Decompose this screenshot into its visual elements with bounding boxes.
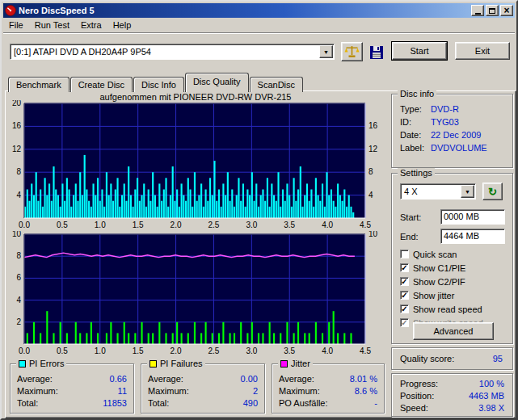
app-window: Nero DiscSpeed 5 × File Run Test Extra H… (0, 0, 518, 420)
close-button[interactable]: × (500, 5, 513, 16)
quality-score-label: Quality score: (400, 354, 454, 363)
window-title: Nero DiscSpeed 5 (19, 6, 471, 15)
chevron-down-icon[interactable]: ▼ (461, 185, 474, 198)
start-position-field[interactable]: 0000 MB (440, 209, 505, 225)
start-button[interactable]: Start (392, 42, 447, 60)
svg-text:2: 2 (16, 317, 21, 326)
app-icon (5, 5, 16, 16)
progress-label: Progress: (400, 379, 438, 388)
speed-value: 3.98 X (478, 403, 504, 413)
jitter-title: Jitter (291, 359, 310, 369)
quality-score-box: Quality score: 95 (391, 347, 513, 370)
speed-select[interactable]: 4 X ▼ (400, 183, 476, 200)
svg-text:8: 8 (16, 167, 21, 176)
checkbox-box: ✓ (400, 250, 409, 258)
tab-scandisc[interactable]: ScanDisc (250, 77, 303, 92)
pi-failures-panel: PI Failures Average: 0.00 Maximum: 2 Tot… (141, 363, 265, 414)
tab-create-disc[interactable]: Create Disc (70, 77, 133, 92)
stat-label: Maximum: (17, 386, 58, 396)
pi-failures-legend: PI Failures (147, 359, 205, 369)
drive-select[interactable]: [0:1] ATAPI DVD A DH20A4P 9P54 ▼ (10, 44, 335, 60)
settings-title: Settings (398, 168, 435, 178)
svg-text:4: 4 (368, 191, 373, 200)
window-controls: × (471, 5, 513, 16)
checkbox-box: ✓ (400, 318, 409, 327)
maximize-button[interactable] (486, 5, 499, 16)
svg-text:12: 12 (368, 145, 378, 153)
stat-label: Total: (17, 398, 38, 408)
svg-text:20: 20 (12, 100, 22, 107)
svg-text:10: 10 (368, 231, 378, 238)
svg-text:0.0: 0.0 (19, 220, 30, 229)
pi-failures-jitter-chart: 0.00.51.01.52.02.53.03.54.04.524681010 (6, 231, 385, 357)
checkbox-label: Show C1/PIE (413, 263, 465, 273)
stat-value: 8.6 % (355, 386, 377, 396)
save-icon (369, 45, 384, 60)
menu-item-file[interactable]: File (3, 19, 29, 32)
minimize-button[interactable] (471, 5, 484, 16)
save-button[interactable] (367, 44, 386, 61)
svg-text:3.0: 3.0 (246, 220, 257, 229)
checkbox-box: ✓ (400, 277, 409, 286)
svg-text:1.5: 1.5 (133, 346, 144, 355)
checkbox-show-jitter[interactable]: ✓ Show jitter (400, 289, 454, 301)
pi-errors-legend: PI Errors (16, 359, 66, 369)
svg-text:4.5: 4.5 (360, 220, 371, 229)
svg-text:4.0: 4.0 (322, 346, 333, 355)
checkbox-label: Show C2/PIF (413, 277, 465, 287)
disc-info-title: Disc info (398, 89, 436, 99)
check-icon: ✓ (401, 319, 407, 326)
pi-errors-title: PI Errors (29, 359, 64, 369)
jitter-swatch-icon (280, 360, 288, 368)
checkbox-show-c1-pie[interactable]: ✓ Show C1/PIE (400, 262, 465, 274)
title-bar: Nero DiscSpeed 5 × (3, 3, 515, 18)
svg-text:4: 4 (16, 191, 21, 200)
checkbox-quick-scan[interactable]: ✓ Quick scan (400, 248, 457, 260)
stat-label: PO Ausfälle: (279, 398, 328, 408)
end-position-field[interactable]: 4464 MB (440, 229, 505, 244)
tab-disc-info[interactable]: Disc Info (133, 77, 184, 92)
advanced-button[interactable]: Advanced (413, 322, 494, 340)
quality-score-value: 95 (493, 354, 503, 363)
start-button-label: Start (410, 46, 428, 56)
exit-button[interactable]: Exit (455, 42, 510, 60)
jitter-legend: Jitter (278, 359, 313, 369)
pi-errors-panel: PI Errors Average: 0.66 Maximum: 11 Tota… (10, 363, 134, 414)
speed-select-value: 4 X (401, 187, 461, 196)
calibration-button[interactable] (341, 42, 363, 61)
svg-text:2.0: 2.0 (171, 346, 182, 355)
disc-info-label: Type: (400, 104, 422, 114)
svg-text:6: 6 (16, 273, 21, 282)
menu-item-run-test[interactable]: Run Test (29, 19, 75, 32)
disc-info-value: DVDVOLUME (431, 143, 487, 153)
tab-benchmark[interactable]: Benchmark (8, 77, 69, 92)
refresh-button[interactable]: ↻ (482, 183, 503, 200)
checkbox-show-c2-pif[interactable]: ✓ Show C2/PIF (400, 275, 465, 288)
stat-label: Total: (148, 398, 169, 408)
stat-value: 11853 (103, 398, 127, 408)
check-icon: ✓ (401, 264, 407, 271)
disc-info-label: Label: (400, 143, 424, 153)
checkbox-box: ✓ (400, 304, 409, 313)
chevron-down-icon[interactable]: ▼ (319, 45, 333, 58)
pi-failures-swatch-icon (150, 360, 157, 368)
check-icon: ✓ (401, 292, 407, 299)
end-position-label: End: (400, 232, 419, 242)
svg-text:16: 16 (368, 121, 378, 130)
menu-item-extra[interactable]: Extra (75, 19, 107, 32)
stat-label: Average: (148, 374, 183, 384)
stat-value: 490 (243, 398, 258, 408)
menu-divider (3, 32, 515, 34)
disc-info-label: Date: (400, 130, 421, 140)
tab-disc-quality[interactable]: Disc Quality (185, 73, 249, 92)
svg-text:0.0: 0.0 (19, 346, 30, 355)
position-label: Position: (400, 391, 434, 401)
disc-info-value: 22 Dec 2009 (431, 130, 481, 140)
checkbox-show-read-speed[interactable]: ✓ Show read speed (400, 303, 482, 315)
svg-text:2.0: 2.0 (171, 220, 182, 229)
speed-label: Speed: (400, 403, 428, 413)
menu-item-help[interactable]: Help (107, 19, 137, 32)
menu-bar: File Run Test Extra Help (3, 18, 515, 32)
checkbox-label: Quick scan (413, 250, 457, 259)
exit-button-label: Exit (475, 46, 490, 56)
